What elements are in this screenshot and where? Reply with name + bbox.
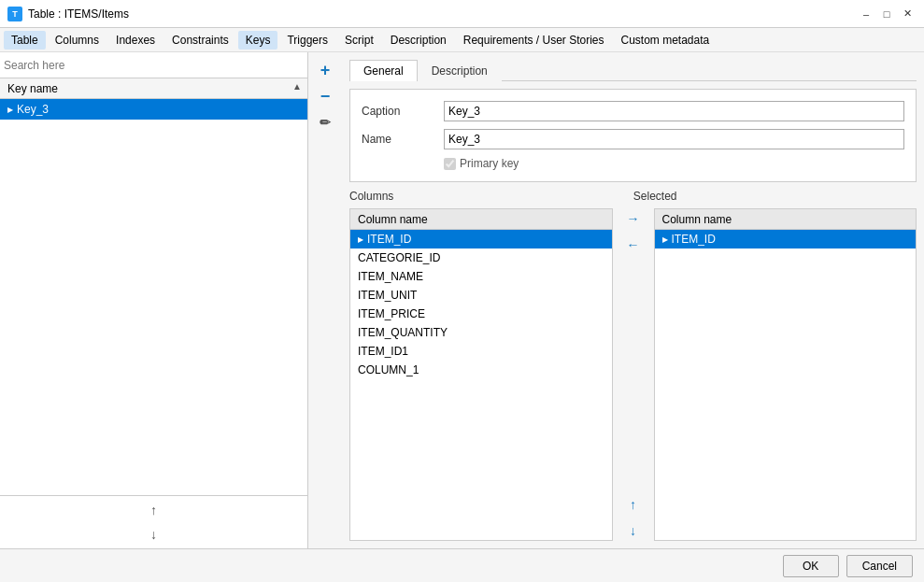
tabs-row: General Description <box>349 60 917 81</box>
tab-description[interactable]: Description <box>418 60 502 81</box>
col-item-label: COLUMN_1 <box>358 363 419 376</box>
caption-input[interactable] <box>444 101 904 121</box>
menu-bar: Table Columns Indexes Constraints Keys T… <box>0 28 924 52</box>
menu-indexes[interactable]: Indexes <box>108 31 163 50</box>
menu-custom[interactable]: Custom metadata <box>614 31 718 50</box>
col-item-item-unit[interactable]: ITEM_UNIT <box>350 286 612 305</box>
primary-key-checkbox[interactable] <box>444 158 456 170</box>
close-button[interactable]: ✕ <box>898 5 917 23</box>
name-input[interactable] <box>444 129 904 149</box>
ok-button[interactable]: OK <box>783 555 839 577</box>
col-item-label: ITEM_UNIT <box>358 289 417 302</box>
minimize-button[interactable]: – <box>857 5 875 23</box>
columns-right-header-label: Column name <box>662 213 732 226</box>
menu-triggers[interactable]: Triggers <box>279 31 335 50</box>
primary-key-label: Primary key <box>460 157 519 170</box>
left-panel: Key name ▲ ▶ Key_3 ↑ ↓ <box>0 52 308 548</box>
middle-panel: + − ✏ <box>308 52 342 548</box>
columns-right-header: Column name <box>655 209 917 230</box>
col-item-label: ITEM_PRICE <box>358 307 425 320</box>
col-item-categorie-id[interactable]: CATEGORIE_ID <box>350 248 612 267</box>
columns-header-row: Columns Selected <box>349 190 917 205</box>
menu-description[interactable]: Description <box>383 31 454 50</box>
menu-script[interactable]: Script <box>337 31 381 50</box>
maximize-button[interactable]: □ <box>877 5 896 23</box>
col-item-label: CATEGORIE_ID <box>358 251 440 264</box>
move-left-button[interactable]: ← <box>623 234 644 255</box>
menu-table[interactable]: Table <box>4 31 46 50</box>
caption-row: Caption <box>362 101 904 121</box>
move-down-col-button[interactable]: ↓ <box>623 520 644 541</box>
bottom-row: OK Cancel <box>0 548 924 582</box>
selected-col-item-id[interactable]: ▶ ITEM_ID <box>655 230 917 248</box>
columns-right-title: Selected <box>633 190 677 203</box>
menu-constraints[interactable]: Constraints <box>164 31 236 50</box>
key-name-label: Key name <box>7 82 58 95</box>
add-key-button[interactable]: + <box>315 60 335 80</box>
menu-columns[interactable]: Columns <box>48 31 107 50</box>
col-item-label: ITEM_ID1 <box>358 345 408 358</box>
col-arrow-icon: ▶ <box>358 235 363 244</box>
col-item-label: ITEM_ID <box>367 233 411 246</box>
primary-key-row: Primary key <box>362 157 904 170</box>
col-item-column-1[interactable]: COLUMN_1 <box>350 361 612 379</box>
key-item-arrow: ▶ <box>7 106 13 114</box>
col-item-label: ITEM_QUANTITY <box>358 326 448 339</box>
caption-label: Caption <box>362 105 436 118</box>
left-bottom-scroll: ↑ ↓ <box>0 495 307 548</box>
key-item-label: Key_3 <box>17 103 49 116</box>
title-bar-left: T Table : ITEMS/Items <box>7 7 129 21</box>
col-item-item-price[interactable]: ITEM_PRICE <box>350 305 612 323</box>
key-name-header: Key name ▲ <box>0 78 307 99</box>
tab-general[interactable]: General <box>349 60 418 81</box>
col-item-item-name[interactable]: ITEM_NAME <box>350 267 612 286</box>
window-title: Table : ITEMS/Items <box>28 7 129 21</box>
menu-requirements[interactable]: Requirements / User Stories <box>456 31 612 50</box>
col-item-item-id[interactable]: ▶ ITEM_ID <box>350 230 612 248</box>
title-bar: T Table : ITEMS/Items – □ ✕ <box>0 0 924 28</box>
key-list: ▶ Key_3 <box>0 99 307 495</box>
search-box <box>0 52 307 78</box>
app-icon: T <box>7 7 22 21</box>
move-up-left-button[interactable]: ↑ <box>144 500 164 520</box>
menu-keys[interactable]: Keys <box>238 31 278 50</box>
right-panel: General Description Caption Name Primary… <box>342 52 924 548</box>
window-controls: – □ ✕ <box>857 5 917 23</box>
cancel-button[interactable]: Cancel <box>846 555 913 577</box>
name-label: Name <box>362 133 436 146</box>
move-up-col-button[interactable]: ↑ <box>623 494 644 515</box>
columns-right-panel: Column name ▶ ITEM_ID <box>654 208 917 541</box>
move-down-left-button[interactable]: ↓ <box>144 524 164 545</box>
columns-left-header-label: Column name <box>358 213 428 226</box>
columns-section: Columns Selected Column name ▶ ITEM_ID <box>349 190 917 541</box>
col-arrow-icon: ▶ <box>662 235 668 244</box>
col-item-label: ITEM_NAME <box>358 270 423 283</box>
columns-right-list[interactable]: ▶ ITEM_ID <box>655 230 917 540</box>
columns-left-header: Column name <box>350 209 612 230</box>
name-row: Name <box>362 129 904 149</box>
columns-left-list[interactable]: ▶ ITEM_ID CATEGORIE_ID ITEM_NAME ITEM_UN… <box>350 230 612 540</box>
search-input[interactable] <box>4 56 304 74</box>
columns-left-title: Columns <box>349 190 393 203</box>
col-item-label: ITEM_ID <box>672 233 716 246</box>
col-move-buttons: → ← ↑ ↓ <box>620 208 647 541</box>
columns-body: Column name ▶ ITEM_ID CATEGORIE_ID ITEM_… <box>349 208 917 541</box>
scroll-up-btn[interactable]: ▲ <box>292 81 306 94</box>
move-right-button[interactable]: → <box>623 208 644 229</box>
key-list-item[interactable]: ▶ Key_3 <box>0 99 307 120</box>
main-content: Key name ▲ ▶ Key_3 ↑ ↓ + − ✏ General Des… <box>0 52 924 548</box>
remove-key-button[interactable]: − <box>315 86 335 106</box>
edit-key-button[interactable]: ✏ <box>315 112 335 133</box>
col-item-item-id1[interactable]: ITEM_ID1 <box>350 342 612 361</box>
col-item-item-quantity[interactable]: ITEM_QUANTITY <box>350 323 612 342</box>
columns-left-panel: Column name ▶ ITEM_ID CATEGORIE_ID ITEM_… <box>349 208 613 541</box>
form-section: Caption Name Primary key <box>349 89 917 182</box>
